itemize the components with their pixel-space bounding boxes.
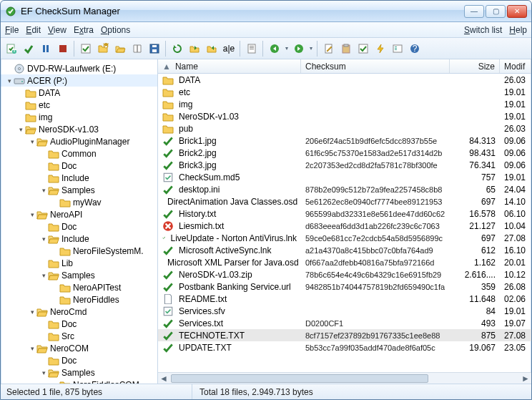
toolbar-verify-button[interactable] xyxy=(21,41,36,57)
toolbar-clipboard-button[interactable] xyxy=(338,41,354,57)
toolbar-options-button[interactable] xyxy=(390,41,405,57)
file-row[interactable]: Microsoft XML Parser for Java.osd0f667aa… xyxy=(158,256,531,268)
scroll-right-icon[interactable]: ► xyxy=(520,373,531,384)
tree-twisty-icon[interactable]: ▾ xyxy=(39,369,48,376)
tree-item[interactable]: ▾NeroCOM xyxy=(1,342,157,354)
tree-item[interactable]: Doc xyxy=(1,160,157,172)
list-scroll-thumb[interactable] xyxy=(171,374,428,383)
tree-item[interactable]: NeroFileSystemM. xyxy=(1,245,157,257)
toolbar-forward-button[interactable] xyxy=(291,41,307,57)
tree-item[interactable]: Doc xyxy=(1,318,157,330)
forward-dd-icon[interactable]: ▾ xyxy=(308,41,314,57)
toolbar-open-button[interactable] xyxy=(112,41,128,57)
tree-twisty-icon[interactable]: ▾ xyxy=(39,187,48,194)
toolbar-book-button[interactable] xyxy=(129,41,145,57)
menu-extra[interactable]: Extra xyxy=(74,25,94,35)
tree-item[interactable]: DATA xyxy=(1,87,157,99)
tree-twisty-icon[interactable]: ▾ xyxy=(39,235,48,243)
file-row[interactable]: Postbank Banking Service.url9482851b7404… xyxy=(158,281,531,293)
tree-item[interactable]: ▾Include xyxy=(1,233,157,245)
col-header-name[interactable]: ▲ Name xyxy=(158,59,301,73)
file-row[interactable]: README.txt11.64802.06 xyxy=(158,293,531,305)
tree-item[interactable]: ▾ACER (P:) xyxy=(1,74,157,87)
file-row[interactable]: UPDATE.TXT5b53cc7a99f035addf470ade8f6af0… xyxy=(158,341,531,353)
scroll-left-icon[interactable]: ◄ xyxy=(158,373,169,384)
file-list[interactable]: DATA26.03etc19.01img19.01NeroSDK-v1.0319… xyxy=(158,74,531,372)
file-row[interactable]: Brick2.jpg61f6c95c75370e1583ad2e517d314d… xyxy=(158,147,531,159)
toolbar-edit-button[interactable] xyxy=(321,41,337,57)
tree-item[interactable]: etc xyxy=(1,99,157,111)
tree-twisty-icon[interactable]: ▾ xyxy=(28,308,36,316)
toolbar-export-button[interactable] xyxy=(187,41,202,57)
titlebar[interactable]: EF CheckSum Manager — ▢ ✕ xyxy=(1,1,531,22)
toolbar-bolt-button[interactable] xyxy=(373,41,388,57)
close-button[interactable]: ✕ xyxy=(507,5,527,18)
tree-item[interactable]: Doc xyxy=(1,220,157,233)
toolbar-save-button[interactable] xyxy=(147,41,162,57)
menu-edit[interactable]: Edit xyxy=(26,25,41,35)
tree-item[interactable]: ▾Samples xyxy=(1,366,157,379)
toolbar-new-checksum-button[interactable]: + xyxy=(4,41,19,57)
tree-item[interactable]: Doc xyxy=(1,354,157,366)
tree-twisty-icon[interactable]: ▾ xyxy=(39,272,48,279)
tree-item[interactable]: DVD-RW-Laufwerk (E:) xyxy=(1,62,157,74)
back-dd-icon[interactable]: ▾ xyxy=(284,41,290,57)
file-row[interactable]: Brick1.jpg206e6f24ac51b9df6efc5dcc8937b5… xyxy=(158,135,531,147)
tree-item[interactable]: NeroAPITest xyxy=(1,281,157,293)
file-row[interactable]: desktop.ini878b2e099c512b72a9fea2257458c… xyxy=(158,183,531,195)
file-row[interactable]: pub26.03 xyxy=(158,122,531,135)
toolbar-help-button[interactable]: ? xyxy=(407,41,423,57)
menu-options[interactable]: Options xyxy=(101,25,130,35)
tree-twisty-icon[interactable]: ▾ xyxy=(28,211,36,218)
toolbar-back-button[interactable] xyxy=(267,41,282,57)
file-row[interactable]: Brick3.jpg2c207353ed2cd8d2fa5781c78bf300… xyxy=(158,159,531,171)
tree-item[interactable]: NeroFiddlesCOM xyxy=(1,379,157,384)
tree-item[interactable]: img xyxy=(1,111,157,123)
file-row[interactable]: DATA26.03 xyxy=(158,74,531,86)
tree-item[interactable]: Lib xyxy=(1,257,157,269)
tree-item[interactable]: ▾NeroAPI xyxy=(1,208,157,220)
list-hscroll[interactable]: ◄ ► xyxy=(158,372,531,384)
toolbar-pause-button[interactable] xyxy=(38,41,54,57)
toolbar-reload-button[interactable] xyxy=(169,41,185,57)
col-header-checksum[interactable]: Checksum xyxy=(301,59,450,73)
folder-tree[interactable]: DVD-RW-Laufwerk (E:)▾ACER (P:)DATAetcimg… xyxy=(1,59,158,384)
tree-twisty-icon[interactable]: ▾ xyxy=(16,126,25,133)
file-row[interactable]: LiveUpdate - Norton AntiVirus.lnk59ce0e6… xyxy=(158,232,531,244)
menu-help[interactable]: Help xyxy=(509,25,527,35)
file-row[interactable]: History.txt965599abd32331e8e561dee47dd60… xyxy=(158,208,531,220)
minimize-button[interactable]: — xyxy=(464,5,484,18)
toolbar-verify-all-button[interactable] xyxy=(78,41,94,57)
toolbar-import-button[interactable] xyxy=(204,41,220,57)
tree-item[interactable]: ▾Samples xyxy=(1,269,157,281)
file-row[interactable]: NeroSDK-v1.03.zip78b6c654e4c49c6b4329c16… xyxy=(158,268,531,281)
tree-item[interactable]: ▾NeroSDK-v1.03 xyxy=(1,123,157,135)
file-row[interactable]: Services.sfv8419.01 xyxy=(158,305,531,317)
maximize-button[interactable]: ▢ xyxy=(486,5,506,18)
toolbar-check-button[interactable] xyxy=(355,41,371,57)
tree-twisty-icon[interactable]: ▾ xyxy=(28,345,36,352)
file-row[interactable]: Microsoft ActiveSync.lnka21a4370a8c415bb… xyxy=(158,244,531,256)
toolbar-new-folder-button[interactable]: ★ xyxy=(95,41,111,57)
file-row[interactable]: DirectAnimation Java Classes.osd5e61262e… xyxy=(158,195,531,208)
menu-switch-list[interactable]: Switch list xyxy=(464,25,502,35)
file-row[interactable]: Services.txtD0200CF149319.07 xyxy=(158,317,531,329)
menu-file[interactable]: File xyxy=(5,25,19,35)
col-header-size[interactable]: Size xyxy=(450,59,500,73)
tree-item[interactable]: ▾Samples xyxy=(1,184,157,196)
tree-item[interactable]: Common xyxy=(1,147,157,160)
tree-twisty-icon[interactable]: ▾ xyxy=(5,77,14,84)
col-header-modif[interactable]: Modif xyxy=(500,59,531,73)
file-row[interactable]: Liesmich.txtd683eeeaf6dd3d1ab226fc239c6c… xyxy=(158,220,531,232)
tree-item[interactable]: NeroFiddles xyxy=(1,293,157,306)
file-row[interactable]: TECHNOTE.TXT8cf7157ef237892b91767335c1ee… xyxy=(158,329,531,341)
toolbar-abc-button[interactable]: a|e xyxy=(221,41,237,57)
file-row[interactable]: NeroSDK-v1.0319.01 xyxy=(158,110,531,122)
toolbar-props-button[interactable] xyxy=(244,41,260,57)
tree-twisty-icon[interactable]: ▾ xyxy=(28,138,36,145)
file-row[interactable]: etc19.01 xyxy=(158,86,531,98)
menu-view[interactable]: View xyxy=(48,25,66,35)
tree-item[interactable]: Src xyxy=(1,330,157,342)
toolbar-stop-button[interactable] xyxy=(55,41,71,57)
file-row[interactable]: img19.01 xyxy=(158,98,531,110)
